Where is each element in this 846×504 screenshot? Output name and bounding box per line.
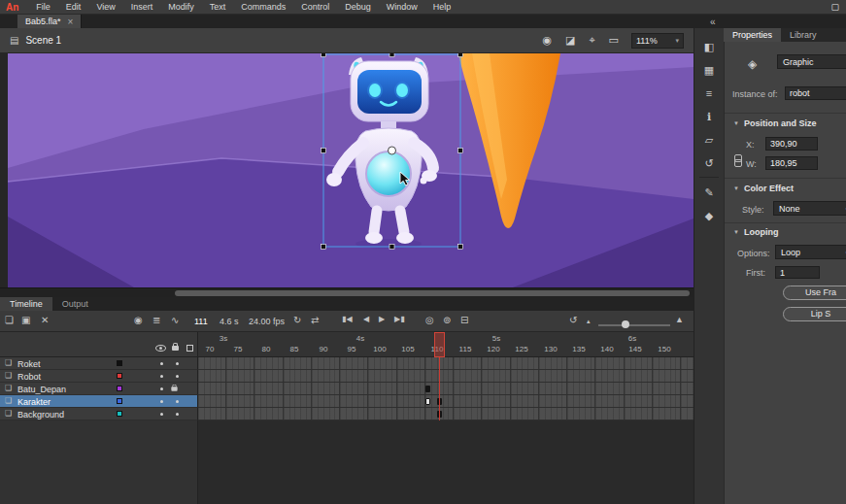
- visibility-dot[interactable]: [160, 362, 163, 365]
- layer-frames-batu-depan[interactable]: [198, 383, 694, 395]
- frame-ruler[interactable]: 3s 4s 5s 6s 70 75 80 85 90 95 100 105 11…: [198, 332, 694, 357]
- keyframe-marker[interactable]: [425, 398, 430, 405]
- current-frame-value[interactable]: 111: [194, 317, 208, 326]
- brush-library-icon[interactable]: ✎: [694, 183, 724, 202]
- collapse-panels-icon[interactable]: «: [710, 17, 715, 27]
- layer-outline-swatch[interactable]: [117, 373, 122, 379]
- position-size-section-title[interactable]: Position and Size: [744, 118, 817, 128]
- menu-edit[interactable]: Edit: [58, 2, 89, 12]
- step-back-icon[interactable]: ◀: [363, 315, 369, 323]
- camera-icon[interactable]: ◉: [542, 34, 552, 47]
- align-icon[interactable]: ≡: [694, 84, 724, 103]
- menu-debug[interactable]: Debug: [337, 2, 379, 12]
- center-stage-icon[interactable]: ⌖: [589, 34, 594, 47]
- symbol-type-dropdown[interactable]: Graphic ▾: [777, 54, 846, 69]
- layer-name[interactable]: Roket: [17, 359, 41, 369]
- go-last-frame-icon[interactable]: ▶▮: [394, 315, 405, 323]
- info-icon[interactable]: ℹ: [694, 107, 724, 126]
- swatches-icon[interactable]: ▦: [694, 60, 724, 80]
- color-effect-section-title[interactable]: Color Effect: [744, 184, 794, 193]
- clip-content-icon[interactable]: ▭: [609, 34, 619, 47]
- layer-row-background[interactable]: ❏ Background: [0, 408, 198, 420]
- menu-control[interactable]: Control: [293, 2, 337, 12]
- layer-outline-swatch[interactable]: [117, 386, 122, 391]
- layer-frames-background[interactable]: [198, 408, 694, 420]
- add-camera-icon[interactable]: ◉: [134, 315, 143, 325]
- outline-color-icon[interactable]: [186, 345, 193, 352]
- menu-file[interactable]: File: [28, 2, 58, 12]
- playhead-marker[interactable]: [434, 332, 445, 357]
- go-first-frame-icon[interactable]: ▮◀: [342, 315, 353, 323]
- lock-icon[interactable]: [172, 346, 179, 351]
- first-frame-field[interactable]: 1: [775, 266, 820, 279]
- link-dimensions-icon[interactable]: [732, 154, 742, 166]
- layer-frames-robot[interactable]: [198, 370, 694, 383]
- layer-frames-karakter[interactable]: [198, 395, 694, 408]
- menu-view[interactable]: View: [88, 2, 122, 12]
- layer-name[interactable]: Karakter: [17, 397, 51, 407]
- lock-dot[interactable]: [176, 362, 179, 365]
- menu-modify[interactable]: Modify: [160, 2, 202, 12]
- loop-playback-icon[interactable]: ↻: [293, 315, 301, 325]
- layer-row-karakter[interactable]: ❏ Karakter: [0, 395, 198, 408]
- delete-layer-icon[interactable]: ✕: [41, 315, 49, 325]
- horizontal-scrollbar[interactable]: [0, 287, 694, 297]
- menu-window[interactable]: Window: [379, 2, 425, 12]
- visibility-dot[interactable]: [160, 400, 163, 403]
- timeline-zoom-out-icon[interactable]: ▴: [587, 318, 591, 325]
- play-range-icon[interactable]: ⇄: [311, 315, 319, 325]
- layer-depth-icon[interactable]: ≣: [152, 315, 160, 325]
- menu-insert[interactable]: Insert: [123, 2, 161, 12]
- lip-syncing-button[interactable]: Lip S: [783, 307, 846, 321]
- tab-properties[interactable]: Properties: [724, 28, 781, 42]
- layer-row-roket[interactable]: ❏ Roket: [0, 357, 198, 370]
- workspace-icon[interactable]: ▢: [830, 2, 839, 12]
- lock-icon[interactable]: [171, 386, 177, 391]
- tab-output[interactable]: Output: [52, 297, 98, 311]
- layer-row-batu-depan[interactable]: ❏ Batu_Depan: [0, 383, 198, 395]
- graph-editor-icon[interactable]: ∿: [171, 315, 179, 325]
- zoom-select[interactable]: 111% ▾: [631, 33, 684, 49]
- transform-icon[interactable]: ▱: [694, 130, 724, 150]
- play-icon[interactable]: ▶: [379, 315, 385, 323]
- history-icon[interactable]: ↺: [694, 153, 724, 173]
- visibility-dot[interactable]: [160, 375, 163, 378]
- document-tab[interactable]: Bab5.fla* ×: [17, 15, 82, 28]
- x-value-field[interactable]: 390,90: [765, 137, 818, 151]
- layer-outline-swatch[interactable]: [117, 411, 122, 417]
- timeline-zoom-slider[interactable]: [598, 324, 670, 326]
- w-value-field[interactable]: 180,95: [765, 156, 818, 170]
- use-frame-picker-button[interactable]: Use Fra: [783, 286, 846, 300]
- onion-skin-icon[interactable]: ◎: [425, 315, 434, 325]
- scene-name[interactable]: Scene 1: [25, 35, 61, 46]
- new-folder-icon[interactable]: ▣: [21, 315, 30, 325]
- motion-presets-icon[interactable]: ◆: [694, 206, 724, 225]
- timeline-zoom-in-icon[interactable]: ▲: [675, 315, 684, 324]
- layer-name[interactable]: Batu_Depan: [17, 385, 66, 394]
- color-icon[interactable]: ◧: [694, 37, 724, 56]
- section-arrow-icon[interactable]: ▼: [733, 229, 739, 235]
- layer-frames-roket[interactable]: [198, 357, 694, 370]
- lock-dot[interactable]: [176, 413, 179, 416]
- layer-name[interactable]: Robot: [17, 372, 41, 382]
- layer-outline-swatch[interactable]: [117, 360, 122, 366]
- edit-symbols-icon[interactable]: ◪: [565, 34, 575, 47]
- lock-dot[interactable]: [176, 375, 179, 378]
- reset-timeline-zoom-icon[interactable]: ↺: [569, 315, 577, 325]
- scrollbar-thumb[interactable]: [175, 290, 690, 296]
- instance-name-field[interactable]: robot: [785, 86, 846, 100]
- new-layer-icon[interactable]: ❏: [5, 315, 14, 325]
- onion-skin-outlines-icon[interactable]: ⊚: [443, 315, 451, 325]
- show-hide-icon[interactable]: [155, 345, 166, 352]
- lock-dot[interactable]: [176, 400, 179, 403]
- layer-row-robot[interactable]: ❏ Robot: [0, 370, 198, 383]
- stage-canvas[interactable]: [8, 53, 694, 287]
- keyframe-marker[interactable]: [425, 386, 430, 392]
- tab-library[interactable]: Library: [781, 28, 826, 42]
- timeline-zoom-slider-thumb[interactable]: [622, 320, 629, 328]
- style-dropdown[interactable]: None ▾: [773, 201, 846, 216]
- tab-timeline[interactable]: Timeline: [0, 297, 52, 311]
- section-arrow-icon[interactable]: ▼: [733, 185, 739, 191]
- stage-area[interactable]: [0, 53, 694, 287]
- looping-section-title[interactable]: Looping: [744, 227, 779, 237]
